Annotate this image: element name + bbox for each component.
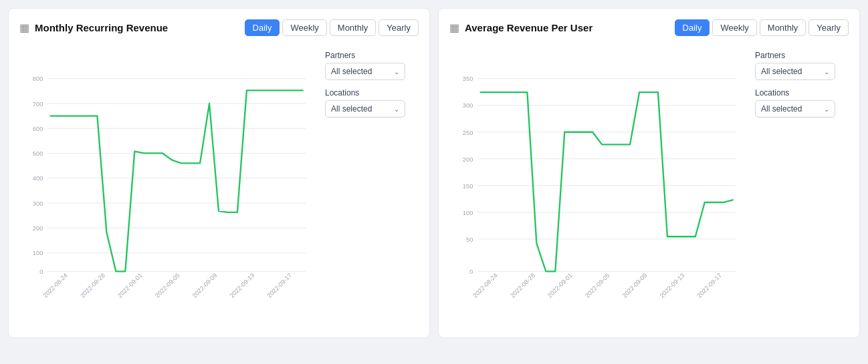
chart1-btn-monthly[interactable]: Monthly: [330, 19, 376, 36]
chart2-title-group: ▦ Average Revenue Per User: [449, 21, 592, 34]
svg-text:2022-09-13: 2022-09-13: [229, 272, 256, 299]
svg-text:2022-09-13: 2022-09-13: [659, 272, 686, 299]
chart1-locations-chevron: ⌄: [394, 106, 399, 113]
svg-text:350: 350: [463, 75, 473, 82]
chart1-partners-select[interactable]: All selected ⌄: [325, 63, 405, 80]
chart1-title-group: ▦ Monthly Recurring Revenue: [19, 21, 168, 34]
svg-text:2022-09-17: 2022-09-17: [266, 272, 294, 299]
chart1-icon: ▦: [19, 21, 29, 34]
chart1-wrapper: 800 700 600 500 400 300 200 100 0 2022-0…: [19, 44, 318, 327]
chart1-btn-yearly[interactable]: Yearly: [378, 19, 419, 36]
svg-text:2022-09-09: 2022-09-09: [621, 272, 649, 299]
chart2-icon: ▦: [449, 21, 459, 34]
svg-text:2022-09-17: 2022-09-17: [696, 272, 724, 299]
svg-text:200: 200: [33, 225, 43, 232]
svg-text:2022-09-05: 2022-09-05: [584, 272, 611, 299]
chart1-partners-value: All selected: [331, 67, 372, 76]
chart2-line: [481, 92, 733, 271]
svg-text:300: 300: [33, 200, 43, 207]
svg-text:0: 0: [39, 268, 43, 275]
svg-text:2022-08-28: 2022-08-28: [509, 272, 536, 299]
svg-text:100: 100: [33, 250, 43, 256]
chart2-filters: Partners All selected ⌄ Locations All se…: [748, 44, 849, 327]
chart2-svg: 350 300 250 200 150 100 50 0 2022-08-24 …: [449, 44, 748, 325]
svg-text:50: 50: [466, 236, 473, 243]
chart1-filters: Partners All selected ⌄ Locations All se…: [318, 44, 419, 327]
chart2-btn-weekly[interactable]: Weekly: [712, 19, 756, 36]
chart2-title: Average Revenue Per User: [465, 22, 592, 33]
svg-text:0: 0: [469, 268, 473, 275]
chart2-locations-value: All selected: [761, 104, 802, 114]
svg-text:2022-09-01: 2022-09-01: [116, 272, 144, 299]
svg-text:150: 150: [463, 183, 473, 190]
chart1-locations-label: Locations: [325, 88, 419, 98]
chart1-svg: 800 700 600 500 400 300 200 100 0 2022-0…: [19, 44, 318, 325]
chart2-area: 350 300 250 200 150 100 50 0 2022-08-24 …: [449, 44, 849, 327]
svg-text:2022-08-28: 2022-08-28: [79, 272, 106, 299]
svg-text:300: 300: [463, 102, 473, 109]
chart2-btn-yearly[interactable]: Yearly: [808, 19, 849, 36]
chart2-header: ▦ Average Revenue Per User Daily Weekly …: [449, 19, 849, 36]
chart2-partners-value: All selected: [761, 67, 802, 76]
chart1-locations-select[interactable]: All selected ⌄: [325, 100, 405, 118]
chart1-btn-daily[interactable]: Daily: [245, 19, 280, 36]
svg-text:2022-08-24: 2022-08-24: [41, 272, 69, 299]
svg-text:100: 100: [463, 210, 473, 216]
svg-text:700: 700: [33, 101, 43, 108]
chart1-locations-value: All selected: [331, 104, 372, 114]
svg-text:600: 600: [33, 126, 43, 132]
svg-text:800: 800: [33, 75, 43, 82]
chart2-locations-label: Locations: [755, 88, 849, 98]
chart2-locations-chevron: ⌄: [824, 106, 829, 113]
svg-text:250: 250: [463, 130, 473, 136]
chart1-header: ▦ Monthly Recurring Revenue Daily Weekly…: [19, 19, 419, 36]
chart2-locations-select[interactable]: All selected ⌄: [755, 100, 835, 118]
chart1-partners-label: Partners: [325, 51, 419, 60]
chart1-card: ▦ Monthly Recurring Revenue Daily Weekly…: [8, 8, 430, 338]
svg-text:500: 500: [33, 150, 43, 157]
chart2-btn-daily[interactable]: Daily: [675, 19, 710, 36]
svg-text:2022-09-05: 2022-09-05: [154, 272, 181, 299]
chart1-area: 800 700 600 500 400 300 200 100 0 2022-0…: [19, 44, 419, 327]
chart2-partners-chevron: ⌄: [824, 68, 829, 75]
svg-text:2022-09-01: 2022-09-01: [546, 272, 574, 299]
svg-text:2022-08-24: 2022-08-24: [471, 272, 499, 299]
chart2-btn-monthly[interactable]: Monthly: [760, 19, 806, 36]
chart2-btn-group: Daily Weekly Monthly Yearly: [675, 19, 849, 36]
chart2-card: ▦ Average Revenue Per User Daily Weekly …: [438, 8, 860, 338]
chart1-btn-weekly[interactable]: Weekly: [282, 19, 326, 36]
svg-text:400: 400: [33, 175, 43, 182]
chart1-btn-group: Daily Weekly Monthly Yearly: [245, 19, 419, 36]
svg-text:2022-09-09: 2022-09-09: [191, 272, 219, 299]
chart2-partners-select[interactable]: All selected ⌄: [755, 63, 835, 80]
svg-text:200: 200: [463, 156, 473, 163]
chart1-line: [51, 90, 303, 271]
chart1-title: Monthly Recurring Revenue: [35, 22, 168, 33]
chart2-partners-label: Partners: [755, 51, 849, 60]
chart1-partners-chevron: ⌄: [394, 68, 399, 75]
chart2-wrapper: 350 300 250 200 150 100 50 0 2022-08-24 …: [449, 44, 748, 327]
